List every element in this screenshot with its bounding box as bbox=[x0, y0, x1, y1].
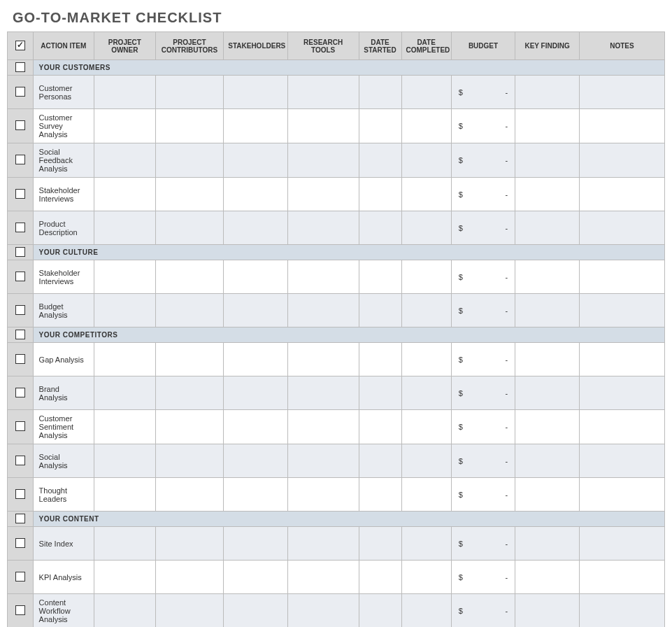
row-checkbox-cell[interactable] bbox=[8, 561, 34, 594]
stake-cell[interactable] bbox=[224, 561, 288, 594]
action-item-cell[interactable]: Brand Analysis bbox=[33, 376, 94, 410]
contrib-cell[interactable] bbox=[155, 343, 224, 376]
research-cell[interactable] bbox=[287, 211, 359, 245]
owner-cell[interactable] bbox=[94, 594, 155, 628]
row-checkbox-cell[interactable] bbox=[8, 178, 34, 211]
research-cell[interactable] bbox=[287, 76, 359, 109]
key-cell[interactable] bbox=[515, 527, 580, 561]
dstart-cell[interactable] bbox=[359, 211, 401, 245]
research-cell[interactable] bbox=[287, 527, 359, 561]
action-item-cell[interactable]: KPI Analysis bbox=[33, 561, 94, 594]
budget-cell[interactable]: $- bbox=[451, 561, 515, 594]
dcomp-cell[interactable] bbox=[401, 527, 451, 561]
row-checkbox[interactable] bbox=[15, 421, 25, 431]
dstart-cell[interactable] bbox=[359, 76, 401, 109]
dcomp-cell[interactable] bbox=[401, 76, 451, 109]
action-item-cell[interactable]: Stakeholder Interviews bbox=[33, 260, 94, 294]
key-cell[interactable] bbox=[515, 343, 580, 376]
key-cell[interactable] bbox=[515, 143, 580, 178]
action-item-cell[interactable]: Stakeholder Interviews bbox=[33, 178, 94, 211]
row-checkbox-cell[interactable] bbox=[8, 294, 34, 327]
research-cell[interactable] bbox=[287, 143, 359, 178]
stake-cell[interactable] bbox=[224, 376, 288, 410]
research-cell[interactable] bbox=[287, 109, 359, 143]
stake-cell[interactable] bbox=[224, 594, 288, 628]
key-cell[interactable] bbox=[515, 294, 580, 327]
key-cell[interactable] bbox=[515, 444, 580, 478]
stake-cell[interactable] bbox=[224, 527, 288, 561]
action-item-cell[interactable]: Customer Survey Analysis bbox=[33, 109, 94, 143]
research-cell[interactable] bbox=[287, 478, 359, 512]
header-check[interactable] bbox=[8, 32, 34, 60]
row-checkbox[interactable] bbox=[15, 489, 25, 499]
row-checkbox[interactable] bbox=[15, 388, 25, 397]
contrib-cell[interactable] bbox=[155, 444, 224, 478]
row-checkbox-cell[interactable] bbox=[8, 376, 34, 410]
dstart-cell[interactable] bbox=[359, 561, 401, 594]
section-checkbox-cell[interactable] bbox=[8, 245, 34, 260]
section-checkbox-cell[interactable] bbox=[8, 60, 34, 76]
contrib-cell[interactable] bbox=[155, 294, 224, 327]
notes-cell[interactable] bbox=[579, 260, 664, 294]
row-checkbox-cell[interactable] bbox=[8, 527, 34, 561]
row-checkbox-cell[interactable] bbox=[8, 76, 34, 109]
dstart-cell[interactable] bbox=[359, 178, 401, 211]
notes-cell[interactable] bbox=[579, 143, 664, 178]
stake-cell[interactable] bbox=[224, 478, 288, 512]
row-checkbox-cell[interactable] bbox=[8, 343, 34, 376]
action-item-cell[interactable]: Customer Sentiment Analysis bbox=[33, 410, 94, 444]
budget-cell[interactable]: $- bbox=[451, 260, 515, 294]
notes-cell[interactable] bbox=[579, 527, 664, 561]
dcomp-cell[interactable] bbox=[401, 478, 451, 512]
dcomp-cell[interactable] bbox=[401, 109, 451, 143]
contrib-cell[interactable] bbox=[155, 211, 224, 245]
notes-cell[interactable] bbox=[579, 478, 664, 512]
section-checkbox[interactable] bbox=[15, 514, 25, 523]
key-cell[interactable] bbox=[515, 561, 580, 594]
dstart-cell[interactable] bbox=[359, 143, 401, 178]
budget-cell[interactable]: $- bbox=[451, 376, 515, 410]
budget-cell[interactable]: $- bbox=[451, 178, 515, 211]
notes-cell[interactable] bbox=[579, 410, 664, 444]
contrib-cell[interactable] bbox=[155, 527, 224, 561]
budget-cell[interactable]: $- bbox=[451, 444, 515, 478]
row-checkbox-cell[interactable] bbox=[8, 109, 34, 143]
dstart-cell[interactable] bbox=[359, 260, 401, 294]
contrib-cell[interactable] bbox=[155, 76, 224, 109]
contrib-cell[interactable] bbox=[155, 561, 224, 594]
owner-cell[interactable] bbox=[94, 143, 155, 178]
stake-cell[interactable] bbox=[224, 76, 288, 109]
owner-cell[interactable] bbox=[94, 444, 155, 478]
section-checkbox-cell[interactable] bbox=[8, 512, 34, 527]
research-cell[interactable] bbox=[287, 410, 359, 444]
row-checkbox-cell[interactable] bbox=[8, 410, 34, 444]
action-item-cell[interactable]: Budget Analysis bbox=[33, 294, 94, 327]
section-checkbox[interactable] bbox=[15, 330, 25, 339]
stake-cell[interactable] bbox=[224, 143, 288, 178]
row-checkbox-cell[interactable] bbox=[8, 478, 34, 512]
stake-cell[interactable] bbox=[224, 444, 288, 478]
budget-cell[interactable]: $- bbox=[451, 143, 515, 178]
research-cell[interactable] bbox=[287, 594, 359, 628]
action-item-cell[interactable]: Product Description bbox=[33, 211, 94, 245]
row-checkbox-cell[interactable] bbox=[8, 444, 34, 478]
dcomp-cell[interactable] bbox=[401, 294, 451, 327]
row-checkbox[interactable] bbox=[15, 305, 25, 315]
row-checkbox[interactable] bbox=[15, 223, 25, 232]
stake-cell[interactable] bbox=[224, 260, 288, 294]
dcomp-cell[interactable] bbox=[401, 343, 451, 376]
action-item-cell[interactable]: Gap Analysis bbox=[33, 343, 94, 376]
research-cell[interactable] bbox=[287, 376, 359, 410]
section-checkbox-cell[interactable] bbox=[8, 327, 34, 343]
dstart-cell[interactable] bbox=[359, 410, 401, 444]
dcomp-cell[interactable] bbox=[401, 561, 451, 594]
notes-cell[interactable] bbox=[579, 594, 664, 628]
dstart-cell[interactable] bbox=[359, 478, 401, 512]
notes-cell[interactable] bbox=[579, 343, 664, 376]
owner-cell[interactable] bbox=[94, 343, 155, 376]
action-item-cell[interactable]: Social Feedback Analysis bbox=[33, 143, 94, 178]
research-cell[interactable] bbox=[287, 444, 359, 478]
action-item-cell[interactable]: Content Workflow Analysis bbox=[33, 594, 94, 628]
contrib-cell[interactable] bbox=[155, 478, 224, 512]
key-cell[interactable] bbox=[515, 410, 580, 444]
